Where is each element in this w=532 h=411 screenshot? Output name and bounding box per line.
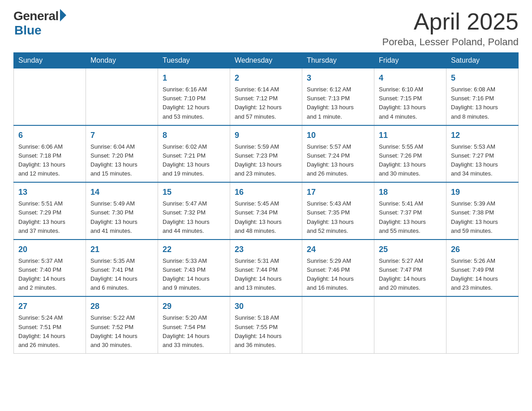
calendar-cell: 16Sunrise: 5:45 AM Sunset: 7:34 PM Dayli… [230, 182, 302, 240]
day-number: 6 [18, 129, 81, 141]
day-info: Sunrise: 5:55 AM Sunset: 7:26 PM Dayligh… [379, 142, 442, 179]
day-info: Sunrise: 5:22 AM Sunset: 7:52 PM Dayligh… [90, 313, 153, 350]
day-number: 26 [451, 244, 514, 256]
location-subtitle: Poreba, Lesser Poland, Poland [382, 36, 519, 48]
day-info: Sunrise: 5:26 AM Sunset: 7:49 PM Dayligh… [451, 257, 514, 293]
calendar-cell: 12Sunrise: 5:53 AM Sunset: 7:27 PM Dayli… [446, 125, 519, 183]
day-number: 15 [163, 186, 225, 198]
calendar-cell: 17Sunrise: 5:43 AM Sunset: 7:35 PM Dayli… [302, 182, 374, 240]
day-info: Sunrise: 5:43 AM Sunset: 7:35 PM Dayligh… [307, 199, 369, 235]
day-info: Sunrise: 6:16 AM Sunset: 7:10 PM Dayligh… [163, 85, 225, 121]
day-number: 30 [235, 300, 297, 313]
day-info: Sunrise: 5:39 AM Sunset: 7:38 PM Dayligh… [451, 199, 514, 235]
calendar-cell: 26Sunrise: 5:26 AM Sunset: 7:49 PM Dayli… [446, 240, 519, 297]
day-info: Sunrise: 5:51 AM Sunset: 7:29 PM Dayligh… [18, 199, 81, 235]
day-number: 10 [307, 129, 369, 141]
day-number: 29 [163, 300, 225, 313]
day-number: 27 [18, 300, 81, 313]
calendar-cell: 23Sunrise: 5:31 AM Sunset: 7:44 PM Dayli… [230, 240, 302, 297]
day-number: 3 [307, 72, 369, 84]
day-number: 14 [90, 186, 153, 198]
week-row-2: 6Sunrise: 6:06 AM Sunset: 7:18 PM Daylig… [14, 125, 519, 183]
week-row-4: 20Sunrise: 5:37 AM Sunset: 7:40 PM Dayli… [14, 240, 519, 297]
day-info: Sunrise: 5:27 AM Sunset: 7:47 PM Dayligh… [379, 257, 442, 293]
calendar-cell: 27Sunrise: 5:24 AM Sunset: 7:51 PM Dayli… [14, 296, 86, 353]
day-number: 7 [90, 129, 153, 141]
calendar-cell: 28Sunrise: 5:22 AM Sunset: 7:52 PM Dayli… [86, 296, 158, 353]
day-info: Sunrise: 5:18 AM Sunset: 7:55 PM Dayligh… [235, 313, 297, 350]
month-year-title: April 2025 [382, 9, 519, 34]
day-number: 18 [379, 186, 442, 198]
day-number: 16 [235, 186, 297, 198]
day-info: Sunrise: 6:08 AM Sunset: 7:16 PM Dayligh… [451, 85, 514, 121]
calendar-cell [302, 296, 374, 353]
weekday-header-monday: Monday [86, 53, 158, 68]
day-number: 12 [451, 129, 514, 141]
weekday-header-thursday: Thursday [302, 53, 374, 68]
weekday-header-wednesday: Wednesday [230, 53, 302, 68]
calendar-cell: 6Sunrise: 6:06 AM Sunset: 7:18 PM Daylig… [14, 125, 86, 183]
day-number: 25 [379, 244, 442, 256]
day-info: Sunrise: 5:57 AM Sunset: 7:24 PM Dayligh… [307, 142, 369, 179]
calendar-cell [14, 68, 86, 125]
day-info: Sunrise: 5:45 AM Sunset: 7:34 PM Dayligh… [235, 199, 297, 235]
weekday-header-saturday: Saturday [446, 53, 519, 68]
weekday-header-friday: Friday [374, 53, 446, 68]
day-info: Sunrise: 6:04 AM Sunset: 7:20 PM Dayligh… [90, 142, 153, 179]
day-number: 21 [90, 244, 153, 256]
day-info: Sunrise: 5:37 AM Sunset: 7:40 PM Dayligh… [18, 257, 81, 293]
day-info: Sunrise: 5:59 AM Sunset: 7:23 PM Dayligh… [235, 142, 297, 179]
day-number: 17 [307, 186, 369, 198]
title-section: April 2025 Poreba, Lesser Poland, Poland [382, 9, 519, 48]
calendar-cell: 21Sunrise: 5:35 AM Sunset: 7:41 PM Dayli… [86, 240, 158, 297]
calendar-cell: 20Sunrise: 5:37 AM Sunset: 7:40 PM Dayli… [14, 240, 86, 297]
day-number: 23 [235, 244, 297, 256]
day-number: 20 [18, 244, 81, 256]
day-info: Sunrise: 5:41 AM Sunset: 7:37 PM Dayligh… [379, 199, 442, 235]
day-number: 28 [90, 300, 153, 313]
page-header: General Blue April 2025 Poreba, Lesser P… [13, 9, 519, 48]
weekday-header-tuesday: Tuesday [158, 53, 230, 68]
day-number: 1 [163, 72, 225, 84]
day-info: Sunrise: 5:53 AM Sunset: 7:27 PM Dayligh… [451, 142, 514, 179]
day-info: Sunrise: 6:10 AM Sunset: 7:15 PM Dayligh… [379, 85, 442, 121]
day-info: Sunrise: 5:29 AM Sunset: 7:46 PM Dayligh… [307, 257, 369, 293]
day-info: Sunrise: 5:47 AM Sunset: 7:32 PM Dayligh… [163, 199, 225, 235]
calendar-cell: 19Sunrise: 5:39 AM Sunset: 7:38 PM Dayli… [446, 182, 519, 240]
calendar-cell: 22Sunrise: 5:33 AM Sunset: 7:43 PM Dayli… [158, 240, 230, 297]
calendar-table: SundayMondayTuesdayWednesdayThursdayFrid… [13, 52, 519, 354]
week-row-1: 1Sunrise: 6:16 AM Sunset: 7:10 PM Daylig… [14, 68, 519, 125]
calendar-cell: 25Sunrise: 5:27 AM Sunset: 7:47 PM Dayli… [374, 240, 446, 297]
calendar-cell: 24Sunrise: 5:29 AM Sunset: 7:46 PM Dayli… [302, 240, 374, 297]
calendar-cell: 14Sunrise: 5:49 AM Sunset: 7:30 PM Dayli… [86, 182, 158, 240]
calendar-cell: 18Sunrise: 5:41 AM Sunset: 7:37 PM Dayli… [374, 182, 446, 240]
logo-arrow-icon [60, 9, 66, 21]
calendar-cell: 29Sunrise: 5:20 AM Sunset: 7:54 PM Dayli… [158, 296, 230, 353]
calendar-cell: 11Sunrise: 5:55 AM Sunset: 7:26 PM Dayli… [374, 125, 446, 183]
calendar-cell [374, 296, 446, 353]
logo: General Blue [13, 9, 66, 38]
calendar-cell: 2Sunrise: 6:14 AM Sunset: 7:12 PM Daylig… [230, 68, 302, 125]
week-row-3: 13Sunrise: 5:51 AM Sunset: 7:29 PM Dayli… [14, 182, 519, 240]
calendar-cell: 10Sunrise: 5:57 AM Sunset: 7:24 PM Dayli… [302, 125, 374, 183]
calendar-cell: 9Sunrise: 5:59 AM Sunset: 7:23 PM Daylig… [230, 125, 302, 183]
day-number: 11 [379, 129, 442, 141]
day-number: 24 [307, 244, 369, 256]
day-info: Sunrise: 5:33 AM Sunset: 7:43 PM Dayligh… [163, 257, 225, 293]
day-number: 2 [235, 72, 297, 84]
day-number: 4 [379, 72, 442, 84]
logo-general-text: General [13, 9, 59, 23]
day-number: 19 [451, 186, 514, 198]
day-info: Sunrise: 5:20 AM Sunset: 7:54 PM Dayligh… [163, 313, 225, 350]
calendar-cell: 4Sunrise: 6:10 AM Sunset: 7:15 PM Daylig… [374, 68, 446, 125]
weekday-header-sunday: Sunday [14, 53, 86, 68]
calendar-cell: 7Sunrise: 6:04 AM Sunset: 7:20 PM Daylig… [86, 125, 158, 183]
calendar-cell [446, 296, 519, 353]
calendar-cell: 8Sunrise: 6:02 AM Sunset: 7:21 PM Daylig… [158, 125, 230, 183]
day-info: Sunrise: 5:35 AM Sunset: 7:41 PM Dayligh… [90, 257, 153, 293]
calendar-cell: 15Sunrise: 5:47 AM Sunset: 7:32 PM Dayli… [158, 182, 230, 240]
day-info: Sunrise: 6:02 AM Sunset: 7:21 PM Dayligh… [163, 142, 225, 179]
day-info: Sunrise: 6:14 AM Sunset: 7:12 PM Dayligh… [235, 85, 297, 121]
calendar-cell: 5Sunrise: 6:08 AM Sunset: 7:16 PM Daylig… [446, 68, 519, 125]
week-row-5: 27Sunrise: 5:24 AM Sunset: 7:51 PM Dayli… [14, 296, 519, 353]
